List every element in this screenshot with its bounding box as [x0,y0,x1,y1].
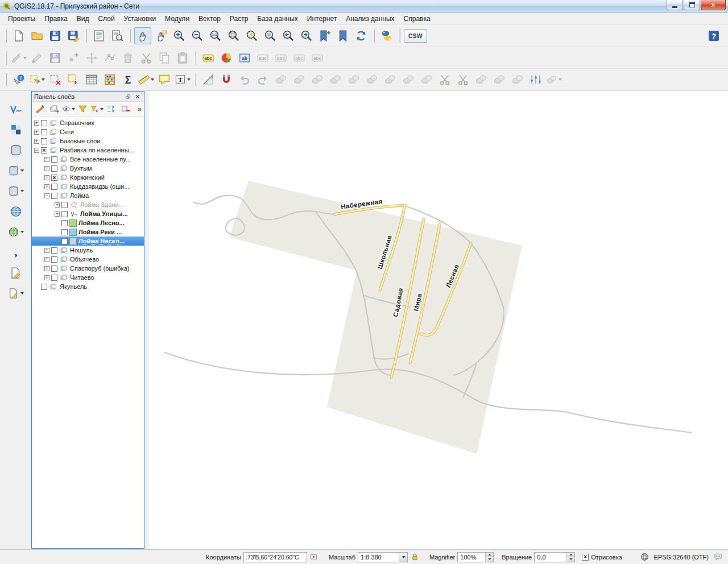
expand-toggle[interactable]: + [44,248,49,253]
zoom-to-layer-button[interactable] [262,27,279,44]
enable-tracing-button[interactable] [218,71,235,88]
toolbar-grip[interactable] [195,73,196,86]
add-postgis-layer-button[interactable] [7,142,24,159]
filter-legend-by-expression-button[interactable] [90,103,104,115]
zoom-last-button[interactable] [280,27,297,44]
snapping-options-button[interactable] [527,71,544,88]
select-features-button[interactable] [28,71,46,88]
toolbar-grip[interactable] [5,51,7,65]
close-panel-button[interactable] [133,93,142,101]
toolbar-grip[interactable] [399,29,400,43]
chevron-down-icon[interactable] [100,108,104,110]
layer-tree-row[interactable]: −×Разбивка по населенны... [32,146,144,155]
layer-tree-row[interactable]: +Кыддзявидзь (оши... [32,182,144,191]
deselect-all-button[interactable] [47,71,64,88]
chevron-down-icon[interactable] [23,57,27,59]
layer-visibility-checkbox[interactable] [51,256,57,263]
zoom-in-button[interactable] [171,27,188,44]
magnifier-up-button[interactable] [486,553,493,557]
add-spatialite-layer-button[interactable] [7,162,24,179]
layer-tree-row[interactable]: +Спаспоруб (ошибка) [32,264,144,273]
layer-visibility-checkbox[interactable] [41,120,47,126]
expand-toggle[interactable]: + [44,275,49,280]
scale-dropdown-button[interactable] [399,553,407,562]
layer-tree-row[interactable]: +×Коржинский [32,173,144,182]
layer-tree-row[interactable]: +Ношуль [32,246,144,255]
layer-visibility-checkbox[interactable] [41,129,47,135]
text-annotation-button[interactable] [174,71,191,88]
save-project-as-button[interactable] [65,27,82,44]
layer-visibility-checkbox[interactable] [61,220,68,226]
help-button[interactable] [705,27,722,44]
python-console-button[interactable] [378,27,395,44]
chevron-down-icon[interactable] [20,231,24,233]
map-canvas[interactable]: Набережная Школьная Садовая Мира Лесная [149,91,728,549]
chevron-down-icon[interactable] [20,169,24,172]
toggle-extents-display-button[interactable] [308,551,320,563]
layer-visibility-checkbox[interactable] [41,138,47,144]
new-print-composer-button[interactable] [90,27,107,44]
chevron-down-icon[interactable] [20,190,24,192]
advanced-digitizing-button[interactable] [200,71,217,88]
composer-manager-button[interactable] [109,27,126,44]
layer-tree-row[interactable]: +Объячево [32,255,144,264]
zoom-to-selection-button[interactable] [243,27,260,44]
crs-status-button[interactable] [639,551,650,563]
refresh-map-button[interactable] [353,27,370,44]
menu-edit[interactable]: Правка [40,13,72,24]
layer-tree-row[interactable]: +Лойма Здани... [32,200,144,209]
add-wms-layer-button[interactable] [7,203,24,220]
expand-toggle[interactable]: + [44,257,49,262]
expand-toggle[interactable]: + [44,157,49,162]
expand-toggle[interactable]: + [34,121,39,126]
statistics-button[interactable] [119,71,136,88]
zoom-native-button[interactable] [207,27,224,44]
zoom-next-button[interactable] [298,27,315,44]
menu-projects[interactable]: Проекты [3,13,40,24]
new-bookmark-button[interactable] [316,27,333,44]
menu-plugins[interactable]: Модули [160,13,194,24]
rotation-spinbox[interactable]: 0,0 [534,552,575,562]
coordinates-input[interactable] [243,552,307,562]
open-attribute-table-button[interactable] [83,71,100,88]
layer-visibility-checkbox[interactable]: × [41,147,47,154]
zoom-full-button[interactable] [225,27,242,44]
layer-visibility-checkbox[interactable]: × [51,175,57,181]
layer-tree-row[interactable]: +Базовые слои [32,136,144,146]
maximize-button[interactable] [684,0,700,10]
layer-visibility-checkbox[interactable] [51,266,57,272]
toolbar-grip[interactable] [5,29,7,43]
expand-toggle[interactable]: + [55,202,60,208]
lock-scale-button[interactable] [409,551,420,563]
layer-tree-row[interactable]: Лойма Реки ... [32,227,144,237]
menu-web[interactable]: Интернет [303,13,341,24]
collapse-toggle[interactable]: − [44,193,49,198]
rotation-up-button[interactable] [567,553,574,557]
menu-settings[interactable]: Установки [119,13,160,24]
open-layer-styling-dock-button[interactable] [33,103,47,115]
new-shapefile-layer-button[interactable] [7,264,24,281]
magnifier-spinbox[interactable]: 100% [457,552,494,562]
show-bookmarks-button[interactable] [334,27,351,44]
add-group-button[interactable] [47,103,61,115]
layer-visibility-checkbox[interactable] [51,247,57,254]
layer-tree-row[interactable]: +Справочник [32,118,144,127]
menu-view[interactable]: Вид [72,13,94,24]
filter-legend-button[interactable] [76,103,90,115]
expand-toggle[interactable]: + [34,139,39,144]
add-wfs-layer-button[interactable] [7,223,24,240]
menu-layer[interactable]: Слой [93,13,119,24]
layer-tree-row[interactable]: −Лойма [32,191,144,200]
field-calculator-button[interactable] [101,71,118,88]
menu-help[interactable]: Справка [399,13,435,24]
close-button[interactable] [701,0,726,10]
layer-visibility-checkbox[interactable] [61,229,68,235]
add-delimited-text-layer-button[interactable] [7,244,24,261]
layer-visibility-checkbox[interactable] [61,211,68,217]
collapse-toggle[interactable]: − [34,148,39,153]
layer-visibility-checkbox[interactable] [51,184,57,190]
select-by-expression-button[interactable] [65,71,82,88]
minimize-button[interactable] [667,0,683,10]
chevron-down-icon[interactable] [187,78,191,81]
layer-visibility-checkbox[interactable] [51,193,57,199]
